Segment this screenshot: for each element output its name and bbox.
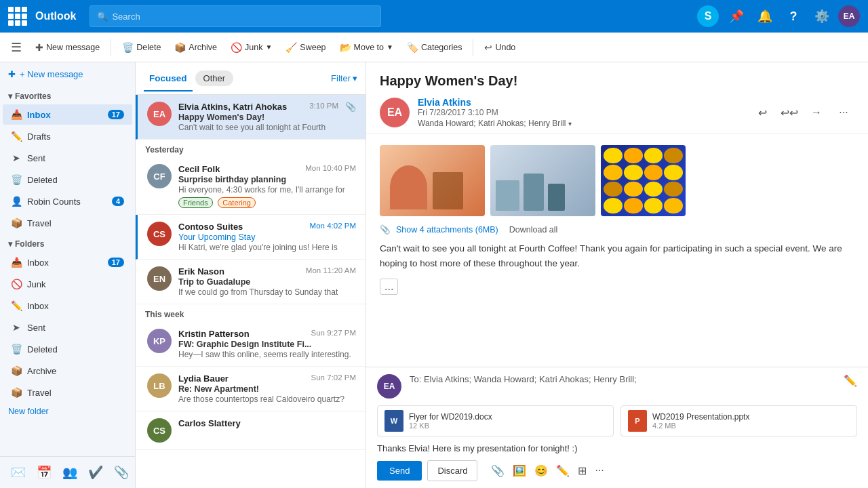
email-item[interactable]: KP Kristin Patterson Sun 9:27 PM FW: Gra… — [136, 322, 366, 367]
reply-button[interactable]: ↩ — [751, 102, 773, 123]
junk-button[interactable]: 🚫 Junk ▼ — [225, 39, 277, 56]
categories-icon: 🏷️ — [407, 42, 418, 53]
favorites-header[interactable]: ▾ Favorites — [0, 86, 135, 104]
sidebar-item-travel[interactable]: 📦 Travel — [3, 213, 132, 233]
sidebar-item-sent[interactable]: ➤ Sent — [3, 148, 132, 168]
sidebar-folder-deleted[interactable]: 🗑️ Deleted — [3, 339, 132, 359]
sidebar-folder-sent[interactable]: ➤ Sent — [3, 317, 132, 338]
tab-focused[interactable]: Focused — [144, 65, 193, 92]
move-icon: 📂 — [340, 42, 351, 53]
avatar: KP — [147, 329, 172, 353]
folder-archive-icon: 📦 — [11, 365, 22, 376]
email-subject: Trip to Guadalupe — [178, 277, 356, 287]
sweep-button[interactable]: 🧹 Sweep — [280, 39, 331, 56]
categories-button[interactable]: 🏷️ Categories — [401, 39, 467, 56]
folder-junk-icon: 🚫 — [11, 279, 22, 289]
sidebar-item-inbox[interactable]: 📥 Inbox 17 — [3, 104, 132, 125]
attachment-bar[interactable]: 📎 Show 4 attachments (6MB) Download all — [380, 224, 854, 235]
email-preview: Hi Katri, we're glad you're joining us! … — [178, 243, 356, 252]
email-meta: Lydia Bauer Sun 7:02 PM — [178, 373, 356, 384]
download-all[interactable]: Download all — [509, 225, 558, 235]
hamburger-menu[interactable]: ☰ — [5, 37, 27, 58]
compose-icon: ✚ — [8, 69, 16, 79]
forward-button[interactable]: → — [806, 102, 827, 123]
sidebar-item-robin-counts[interactable]: 👤 Robin Counts 4 — [3, 191, 132, 211]
junk-dropdown-icon[interactable]: ▼ — [265, 43, 272, 51]
email-item[interactable]: CS Carlos Slattery — [136, 411, 366, 450]
user-avatar[interactable]: EA — [838, 5, 860, 27]
email-item[interactable]: EA Elvia Atkins, Katri Ahokas 3:10 PM Ha… — [136, 95, 366, 140]
reply-file-ppt[interactable]: P WD2019 Presentation.pptx 4.2 MB — [620, 405, 857, 436]
file-info: Flyer for WD2019.docx 12 KB — [409, 412, 492, 430]
mail-nav-icon[interactable]: ✉️ — [5, 462, 31, 483]
new-folder-button[interactable]: New folder — [0, 403, 135, 420]
sidebar-folder-archive[interactable]: 📦 Archive — [3, 361, 132, 381]
help-button[interactable]: ? — [781, 4, 806, 28]
archive-icon: 📦 — [174, 42, 186, 53]
email-item[interactable]: CS Contoso Suites Mon 4:02 PM Your Upcom… — [136, 215, 366, 260]
discard-button[interactable]: Discard — [427, 460, 477, 481]
table-button[interactable]: ⊞ — [575, 462, 589, 480]
reply-file-word[interactable]: W Flyer for WD2019.docx 12 KB — [377, 405, 614, 436]
waffle-icon[interactable] — [8, 7, 27, 26]
sidebar-item-deleted[interactable]: 🗑️ Deleted — [3, 169, 132, 190]
new-message-sidebar-button[interactable]: ✚ + New message — [0, 62, 135, 86]
email-to-line: Wanda Howard; Katri Ahokas; Henry Brill … — [418, 119, 743, 128]
reply-files: W Flyer for WD2019.docx 12 KB P WD2019 P… — [377, 405, 857, 436]
sidebar-folder-junk[interactable]: 🚫 Junk — [3, 274, 132, 294]
move-to-button[interactable]: 📂 Move to ▼ — [334, 39, 399, 56]
sidebar-folder-travel[interactable]: 📦 Travel — [3, 382, 132, 403]
reply-all-button[interactable]: ↩↩ — [778, 102, 800, 123]
search-input[interactable] — [112, 12, 374, 22]
email-from: Kristin Patterson — [178, 329, 250, 339]
attach-button[interactable]: 📎 — [488, 462, 507, 480]
email-preview: Can't wait to see you all tonight at Fou… — [178, 123, 338, 132]
email-item[interactable]: LB Lydia Bauer Sun 7:02 PM Re: New Apart… — [136, 367, 366, 411]
topbar-icons: S 📌 🔔 ? ⚙️ EA — [696, 4, 860, 28]
folder-sent-icon: ➤ — [11, 322, 22, 333]
email-detail-info: Elvia Atkins Fri 7/28/2017 3:10 PM Wanda… — [418, 97, 743, 128]
email-item[interactable]: EN Erik Nason Mon 11:20 AM Trip to Guada… — [136, 260, 366, 304]
expand-recipients-icon[interactable]: ▾ — [568, 120, 572, 127]
sweep-icon: 🧹 — [285, 42, 297, 53]
email-image-1 — [380, 145, 485, 216]
filter-button[interactable]: Filter ▾ — [331, 73, 357, 83]
people-nav-icon[interactable]: 👥 — [57, 462, 83, 483]
pin-button[interactable]: 📌 — [724, 4, 749, 28]
more-options-button[interactable]: ··· — [592, 462, 606, 480]
calendar-nav-icon[interactable]: 📅 — [31, 462, 57, 483]
email-from: Carlos Slattery — [178, 418, 241, 428]
skype-button[interactable]: S — [696, 4, 720, 28]
email-item[interactable]: CF Cecil Folk Mon 10:40 PM Surprise birt… — [136, 157, 366, 215]
settings-button[interactable]: ⚙️ — [810, 4, 834, 28]
email-images — [380, 145, 854, 216]
email-time: Sun 9:27 PM — [311, 329, 356, 337]
move-dropdown-icon[interactable]: ▼ — [387, 43, 393, 51]
sidebar-folder-inbox[interactable]: 📥 Inbox 17 — [3, 252, 132, 272]
draw-button[interactable]: ✏️ — [553, 462, 572, 480]
image-button[interactable]: 🖼️ — [510, 462, 529, 480]
more-actions-button[interactable]: ··· — [833, 102, 854, 123]
edit-reply-icon[interactable]: ✏️ — [844, 374, 857, 387]
attach-nav-icon[interactable]: 📎 — [108, 462, 134, 483]
emoji-button[interactable]: 😊 — [532, 462, 551, 480]
undo-button[interactable]: ↩ Undo — [479, 39, 521, 56]
archive-button[interactable]: 📦 Archive — [169, 39, 222, 56]
section-yesterday: Yesterday — [136, 140, 366, 157]
tab-other[interactable]: Other — [195, 70, 234, 86]
tasks-nav-icon[interactable]: ✔️ — [83, 462, 108, 483]
email-time: Mon 10:40 PM — [305, 164, 356, 172]
ppt-icon: P — [628, 410, 647, 432]
send-button[interactable]: Send — [377, 461, 422, 481]
email-image-3 — [601, 145, 686, 216]
search-bar[interactable]: 🔍 — [90, 5, 381, 27]
detail-actions: ↩ ↩↩ → ··· — [751, 102, 854, 123]
delete-button[interactable]: 🗑️ Delete — [117, 39, 166, 56]
folders-header[interactable]: ▾ Folders — [0, 234, 135, 251]
new-message-button[interactable]: ✚ New message — [30, 39, 105, 56]
notifications-button[interactable]: 🔔 — [753, 4, 777, 28]
email-subject: Re: New Apartment! — [178, 384, 356, 394]
sidebar-folder-inbox2[interactable]: ✏️ Inbox — [3, 296, 132, 316]
expand-body-button[interactable]: ... — [380, 279, 398, 295]
sidebar-item-drafts[interactable]: ✏️ Drafts — [3, 126, 132, 146]
